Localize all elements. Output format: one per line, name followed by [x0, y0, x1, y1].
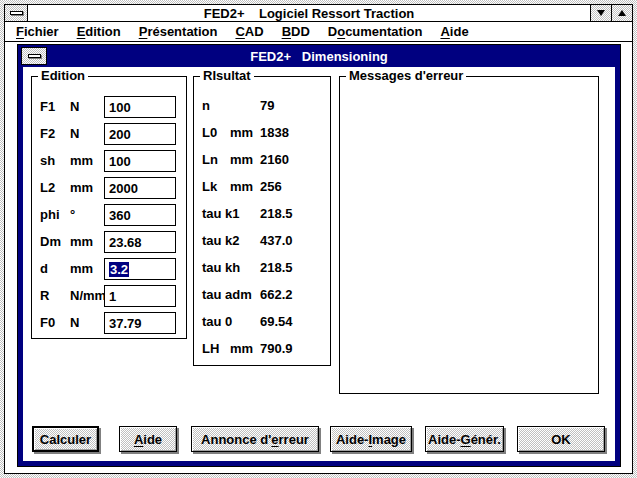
- menu-item-documentation[interactable]: Documentation: [319, 24, 432, 39]
- minimize-button[interactable]: [590, 5, 611, 21]
- result-group: RIsultat n 79 L0 mm 1838: [193, 76, 331, 366]
- menu-item-aide[interactable]: Aide: [431, 24, 477, 39]
- dialog-control-menu-button[interactable]: [21, 47, 47, 65]
- field-row-sh: sh mm 100: [32, 148, 186, 175]
- phi-input[interactable]: 360: [104, 204, 176, 226]
- f0-input[interactable]: 37.79: [104, 312, 176, 334]
- field-label: L2: [40, 180, 55, 195]
- title-bar: FED2+ Logiciel Ressort Traction: [5, 5, 632, 22]
- f0-value: 37.79: [109, 316, 142, 331]
- dm-input[interactable]: 23.68: [104, 231, 176, 253]
- field-unit: mm: [70, 234, 93, 249]
- aide-gener-button[interactable]: Aide-Génér.: [425, 426, 504, 452]
- l2-value: 2000: [109, 181, 138, 196]
- field-unit: mm: [70, 261, 93, 276]
- field-label: phi: [40, 207, 60, 222]
- field-label: d: [40, 261, 48, 276]
- r-input[interactable]: 1: [104, 285, 176, 307]
- result-label: tau kh: [202, 260, 240, 275]
- control-menu-button[interactable]: [5, 5, 28, 21]
- down-arrow-icon: [597, 10, 605, 16]
- menu-item-cad[interactable]: CAD: [226, 24, 272, 39]
- result-unit: mm: [230, 152, 253, 167]
- result-row-taukh: tau kh 218.5: [194, 255, 330, 282]
- field-row-r: R N/mm 1: [32, 283, 186, 310]
- result-row-lh: LH mm 790.9: [194, 336, 330, 363]
- field-label: sh: [40, 153, 55, 168]
- result-label: tau k1: [202, 206, 240, 221]
- result-label: L0: [202, 125, 217, 140]
- result-label: tau 0: [202, 314, 232, 329]
- dialog-client-area: Edition F1 N 100 F2 N 200: [23, 67, 615, 461]
- menu-item-bdd[interactable]: BDD: [273, 24, 319, 39]
- result-fields: n 79 L0 mm 1838 Ln: [194, 93, 330, 363]
- result-row-l0: L0 mm 1838: [194, 120, 330, 147]
- l2-input[interactable]: 2000: [104, 177, 176, 199]
- workspace: FED2+ Dimensioning Edition F1 N 100: [5, 42, 632, 473]
- field-unit: N: [70, 126, 79, 141]
- annonce-erreur-button[interactable]: Annonce d'erreur: [191, 426, 319, 452]
- result-label: tau adm: [202, 287, 252, 302]
- result-value: 1838: [260, 125, 289, 140]
- dialog-title: FED2+ Dimensioning: [250, 49, 388, 64]
- calculer-button[interactable]: Calculer: [32, 426, 99, 452]
- result-row-tauk1: tau k1 218.5: [194, 201, 330, 228]
- aide-image-button[interactable]: Aide-Image: [330, 426, 412, 452]
- window-frame[interactable]: FED2+ Logiciel Ressort Traction Fichier …: [0, 0, 637, 478]
- result-row-n: n 79: [194, 93, 330, 120]
- f1-value: 100: [109, 100, 131, 115]
- result-row-tauadm: tau adm 662.2: [194, 282, 330, 309]
- sh-input[interactable]: 100: [104, 150, 176, 172]
- menu-item-fichier[interactable]: Fichier: [7, 24, 68, 39]
- d-input[interactable]: 3.2: [104, 258, 176, 280]
- result-value: 218.5: [260, 206, 293, 221]
- ok-button[interactable]: OK: [517, 426, 605, 452]
- result-value: 256: [260, 179, 282, 194]
- edition-group-label: Edition: [38, 68, 88, 83]
- field-row-phi: phi ° 360: [32, 202, 186, 229]
- maximize-button[interactable]: [611, 5, 632, 21]
- application-window: FED2+ Logiciel Ressort Traction Fichier …: [0, 0, 637, 478]
- field-row-f0: F0 N 37.79: [32, 310, 186, 337]
- f1-input[interactable]: 100: [104, 96, 176, 118]
- result-value: 790.9: [260, 341, 293, 356]
- result-unit: mm: [230, 341, 253, 356]
- aide-button[interactable]: Aide: [119, 426, 177, 452]
- field-label: F2: [40, 126, 55, 141]
- result-value: 437.0: [260, 233, 293, 248]
- r-value: 1: [109, 289, 116, 304]
- f2-input[interactable]: 200: [104, 123, 176, 145]
- field-unit: mm: [70, 153, 93, 168]
- window-title: FED2+ Logiciel Ressort Traction: [28, 5, 590, 21]
- dialog-title-bar[interactable]: FED2+ Dimensioning: [23, 45, 615, 67]
- menu-item-edition[interactable]: Edition: [68, 24, 130, 39]
- result-row-tauk2: tau k2 437.0: [194, 228, 330, 255]
- field-label: F0: [40, 315, 55, 330]
- result-value: 662.2: [260, 287, 293, 302]
- field-row-f1: F1 N 100: [32, 94, 186, 121]
- field-unit: N/mm: [70, 288, 106, 303]
- field-unit: mm: [70, 180, 93, 195]
- f2-value: 200: [109, 127, 131, 142]
- menu-item-presentation[interactable]: Présentation: [130, 24, 227, 39]
- d-value-selected: 3.2: [109, 262, 129, 277]
- field-row-l2: L2 mm 2000: [32, 175, 186, 202]
- field-label: F1: [40, 99, 55, 114]
- result-label: Lk: [202, 179, 217, 194]
- result-label: Ln: [202, 152, 218, 167]
- field-row-dm: Dm mm 23.68: [32, 229, 186, 256]
- result-group-label: RIsultat: [200, 68, 254, 83]
- sh-value: 100: [109, 154, 131, 169]
- up-arrow-icon: [618, 10, 626, 16]
- result-value: 69.54: [260, 314, 293, 329]
- result-label: tau k2: [202, 233, 240, 248]
- result-row-ln: Ln mm 2160: [194, 147, 330, 174]
- error-messages-group-label: Messages d'erreur: [346, 68, 466, 83]
- field-row-f2: F2 N 200: [32, 121, 186, 148]
- phi-value: 360: [109, 208, 131, 223]
- result-label: LH: [202, 341, 219, 356]
- result-unit: mm: [230, 125, 253, 140]
- field-unit: N: [70, 315, 79, 330]
- result-label: n: [202, 98, 210, 113]
- menu-bar: Fichier Edition Présentation CAD BDD Doc…: [5, 22, 632, 42]
